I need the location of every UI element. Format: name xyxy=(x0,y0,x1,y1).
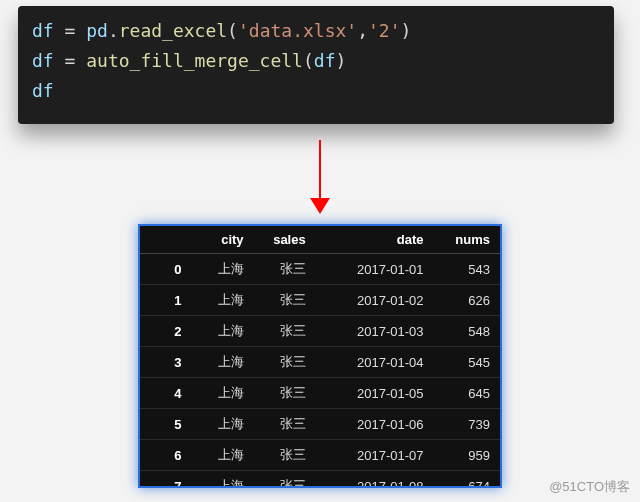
code-line-3: df xyxy=(32,76,600,106)
cell-nums: 545 xyxy=(434,347,500,378)
cell-index: 1 xyxy=(140,285,191,316)
table-row: 0 上海 张三 2017-01-01 543 xyxy=(140,254,500,285)
cell-city: 上海 xyxy=(191,285,253,316)
cell-nums: 548 xyxy=(434,316,500,347)
code-token: df xyxy=(32,80,54,101)
table-row: 1 上海 张三 2017-01-02 626 xyxy=(140,285,500,316)
watermark: @51CTO博客 xyxy=(549,478,630,496)
code-block: df = pd.read_excel('data.xlsx','2') df =… xyxy=(18,6,614,124)
code-token: , xyxy=(357,20,368,41)
cell-sales: 张三 xyxy=(254,316,316,347)
table-row: 3 上海 张三 2017-01-04 545 xyxy=(140,347,500,378)
table-row: 5 上海 张三 2017-01-06 739 xyxy=(140,409,500,440)
cell-city: 上海 xyxy=(191,378,253,409)
code-token: pd xyxy=(86,20,108,41)
cell-sales: 张三 xyxy=(254,471,316,489)
code-line-1: df = pd.read_excel('data.xlsx','2') xyxy=(32,16,600,46)
cell-sales: 张三 xyxy=(254,378,316,409)
cell-sales: 张三 xyxy=(254,409,316,440)
dataframe-output: city sales date nums 0 上海 张三 2017-01-01 … xyxy=(138,224,502,488)
col-header-nums: nums xyxy=(434,226,500,254)
code-token: . xyxy=(108,20,119,41)
code-token: ( xyxy=(303,50,314,71)
cell-sales: 张三 xyxy=(254,347,316,378)
table-row: 4 上海 张三 2017-01-05 645 xyxy=(140,378,500,409)
code-token: ) xyxy=(401,20,412,41)
cell-sales: 张三 xyxy=(254,440,316,471)
cell-city: 上海 xyxy=(191,347,253,378)
cell-date: 2017-01-02 xyxy=(316,285,434,316)
cell-index: 4 xyxy=(140,378,191,409)
cell-nums: 959 xyxy=(434,440,500,471)
arrow-down-icon xyxy=(310,140,330,220)
cell-date: 2017-01-06 xyxy=(316,409,434,440)
table-row: 7 上海 张三 2017-01-08 674 xyxy=(140,471,500,489)
cell-index: 6 xyxy=(140,440,191,471)
cell-date: 2017-01-05 xyxy=(316,378,434,409)
code-token: read_excel xyxy=(119,20,227,41)
table-header-row: city sales date nums xyxy=(140,226,500,254)
cell-index: 5 xyxy=(140,409,191,440)
table-row: 6 上海 张三 2017-01-07 959 xyxy=(140,440,500,471)
cell-city: 上海 xyxy=(191,440,253,471)
cell-index: 2 xyxy=(140,316,191,347)
cell-nums: 645 xyxy=(434,378,500,409)
col-header-sales: sales xyxy=(254,226,316,254)
cell-sales: 张三 xyxy=(254,285,316,316)
cell-city: 上海 xyxy=(191,409,253,440)
cell-date: 2017-01-07 xyxy=(316,440,434,471)
code-token: ) xyxy=(335,50,346,71)
code-token: = xyxy=(54,50,87,71)
cell-nums: 543 xyxy=(434,254,500,285)
code-token: auto_fill_merge_cell xyxy=(86,50,303,71)
code-line-2: df = auto_fill_merge_cell(df) xyxy=(32,46,600,76)
cell-nums: 674 xyxy=(434,471,500,489)
cell-sales: 张三 xyxy=(254,254,316,285)
col-header-index xyxy=(140,226,191,254)
code-token: ( xyxy=(227,20,238,41)
cell-city: 上海 xyxy=(191,316,253,347)
code-token: df xyxy=(32,50,54,71)
cell-nums: 626 xyxy=(434,285,500,316)
code-token: df xyxy=(32,20,54,41)
code-token: df xyxy=(314,50,336,71)
cell-date: 2017-01-01 xyxy=(316,254,434,285)
code-token: '2' xyxy=(368,20,401,41)
cell-nums: 739 xyxy=(434,409,500,440)
cell-city: 上海 xyxy=(191,254,253,285)
dataframe-table: city sales date nums 0 上海 张三 2017-01-01 … xyxy=(140,226,500,488)
col-header-city: city xyxy=(191,226,253,254)
cell-index: 0 xyxy=(140,254,191,285)
cell-index: 7 xyxy=(140,471,191,489)
col-header-date: date xyxy=(316,226,434,254)
cell-city: 上海 xyxy=(191,471,253,489)
code-token: 'data.xlsx' xyxy=(238,20,357,41)
cell-date: 2017-01-08 xyxy=(316,471,434,489)
cell-index: 3 xyxy=(140,347,191,378)
cell-date: 2017-01-03 xyxy=(316,316,434,347)
code-token: = xyxy=(54,20,87,41)
cell-date: 2017-01-04 xyxy=(316,347,434,378)
table-row: 2 上海 张三 2017-01-03 548 xyxy=(140,316,500,347)
